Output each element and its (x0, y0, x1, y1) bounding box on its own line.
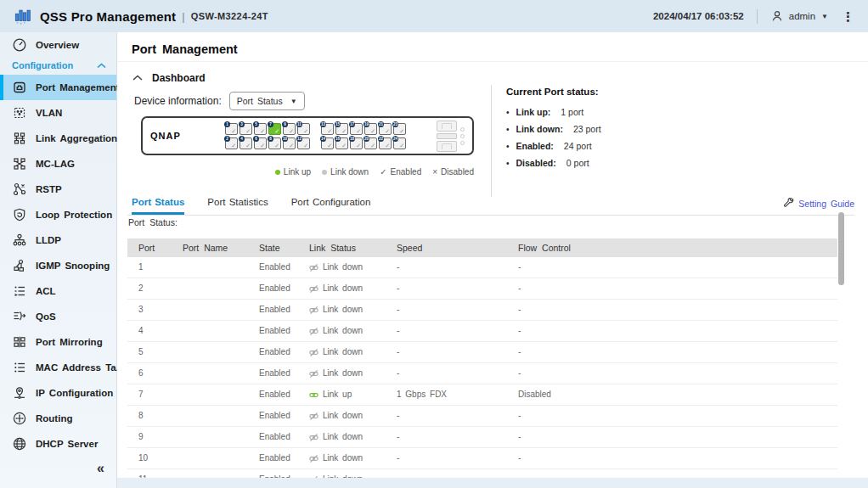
vlan-icon (12, 105, 27, 121)
cell-speed: - (397, 257, 518, 278)
sidebar-item-lldp[interactable]: LLDP (0, 227, 116, 253)
gauge-icon (12, 37, 27, 53)
loop-protection-icon (12, 207, 27, 222)
sidebar-item-rstp[interactable]: RSTP (0, 177, 116, 202)
port-cell[interactable]: 12 ✓ (297, 137, 310, 149)
sidebar-item-ip-configuration[interactable]: IP Configuration (0, 380, 116, 406)
sidebar-item-igmp-snooping[interactable]: IGMP Snooping (0, 253, 116, 278)
port-cell[interactable]: 7 ✓ (268, 123, 281, 135)
table-row: 1 Enabled Link down - - (127, 257, 837, 278)
sidebar-item-acl[interactable]: ACL (0, 278, 116, 304)
port-cell[interactable]: 21 ✓ (379, 123, 392, 135)
port-cell[interactable]: 13 ✓ (321, 123, 334, 135)
cell-port: 7 (138, 384, 183, 405)
link-status-label: Link down (323, 363, 363, 384)
sidebar-item-overview[interactable]: Overview (0, 34, 116, 56)
page-title: Port Management (132, 42, 238, 56)
port-cell[interactable]: 3 ✓ (240, 123, 252, 135)
sidebar-item-link-aggregation[interactable]: Link Aggregation (0, 126, 116, 151)
sidebar-item-mac-address-table[interactable]: MAC Address Ta... (0, 355, 116, 380)
port-enabled-check-icon: ✓ (260, 128, 265, 135)
sidebar-item-label: LLDP (36, 235, 61, 245)
sidebar-item-loop-protection[interactable]: Loop Protection (0, 202, 116, 227)
user-menu[interactable]: admin (789, 11, 815, 21)
port-cell[interactable]: 14 ✓ (321, 137, 334, 149)
port-cell[interactable]: 5 ✓ (254, 123, 267, 135)
table-row: 2 Enabled Link down - - (127, 278, 837, 300)
port-number-badge: 16 (335, 136, 341, 142)
port-number-badge: 11 (296, 121, 302, 127)
col-state: State (259, 238, 309, 257)
cell-state: Enabled (259, 342, 309, 362)
sidebar-collapse-icon[interactable]: « (97, 461, 104, 476)
table-body: 1 Enabled Link down - - 2 Enabled Link d… (127, 257, 837, 478)
port-cell[interactable]: 16 ✓ (335, 137, 348, 149)
tab-port-configuration[interactable]: Port Configuration (291, 192, 371, 215)
port-cell[interactable]: 4 ✓ (240, 137, 252, 149)
port-number-badge: 2 (224, 136, 230, 142)
kebab-menu-icon[interactable]: ⋮ (842, 10, 854, 23)
device-information-label: Device information: (134, 95, 222, 107)
tab-port-status[interactable]: Port Status (132, 192, 184, 215)
link-chain-icon (309, 412, 318, 421)
port-cell[interactable]: 22 ✓ (379, 137, 392, 149)
col-speed: Speed (397, 238, 518, 257)
cell-state: Enabled (259, 321, 309, 341)
port-cell[interactable]: 23 ✓ (393, 123, 406, 135)
port-cell[interactable]: 9 ✓ (283, 123, 296, 135)
port-cell[interactable]: 10 ✓ (283, 137, 296, 149)
caret-down-icon[interactable]: ▼ (821, 13, 828, 20)
port-cell[interactable]: 18 ✓ (350, 137, 363, 149)
port-cell[interactable]: 11 ✓ (297, 123, 310, 135)
qnap-logo-icon (14, 7, 32, 25)
sidebar-item-label: Port Mirroring (36, 337, 103, 347)
port-cell[interactable]: 19 ✓ (364, 123, 377, 135)
sidebar-item-label: Port Management (36, 82, 120, 93)
sidebar-item-port-management[interactable]: Port Management (0, 75, 116, 100)
col-port-name: Port Name (183, 238, 259, 257)
cell-link-status: Link down (309, 321, 397, 341)
select-value: Port Status (237, 96, 283, 106)
cell-speed: - (397, 427, 518, 447)
port-cell[interactable]: 8 ✓ (268, 137, 281, 149)
sidebar-item-routing[interactable]: Routing (0, 406, 116, 431)
port-cell[interactable]: 15 ✓ (335, 123, 348, 135)
sidebar-item-label: QoS (36, 311, 56, 322)
link-chain-icon (309, 475, 318, 479)
cell-port-name (183, 384, 259, 405)
sidebar-item-mc-lag[interactable]: MC-LAG (0, 151, 116, 177)
port-cell[interactable]: 2 ✓ (225, 137, 238, 149)
setting-guide-link[interactable]: Setting Guide (783, 192, 854, 215)
cell-state: Enabled (259, 278, 309, 299)
table-row: 5 Enabled Link down - - (127, 342, 837, 363)
vertical-scrollbar-thumb[interactable] (838, 212, 844, 285)
tab-port-statistics[interactable]: Port Statistics (207, 192, 268, 215)
dashboard-section-header[interactable]: Dashboard (132, 72, 206, 84)
cell-port: 9 (138, 427, 183, 447)
cell-speed: - (397, 342, 518, 362)
sidebar-item-port-mirroring[interactable]: Port Mirroring (0, 329, 116, 355)
port-cell[interactable]: 20 ✓ (364, 137, 377, 149)
cell-flow-control: - (518, 363, 837, 384)
device-model-label: QSW-M3224-24T (191, 11, 268, 21)
status-item: •Disabled:0 port (506, 158, 786, 168)
port-cell[interactable]: 24 ✓ (393, 137, 406, 149)
col-flow-control: Flow Control (518, 238, 837, 257)
qos-icon (12, 309, 27, 324)
cell-port: 10 (138, 448, 183, 468)
port-number-badge: 20 (364, 136, 369, 142)
port-enabled-check-icon: ✓ (370, 143, 375, 149)
sidebar-section-configuration[interactable]: Configuration (0, 56, 116, 75)
title-divider: | (182, 10, 184, 23)
sidebar-item-dhcp-server[interactable]: DHCP Server (0, 431, 116, 457)
port-cell[interactable]: 17 ✓ (350, 123, 363, 135)
port-status-table: Port Port Name State Link Status Speed F… (127, 238, 837, 478)
sidebar-item-qos[interactable]: QoS (0, 304, 116, 329)
port-cell[interactable]: 6 ✓ (254, 137, 267, 149)
cell-flow-control: - (518, 448, 837, 468)
port-cell[interactable]: 1 ✓ (225, 123, 238, 135)
check-icon: ✓ (380, 167, 386, 177)
rstp-icon (12, 182, 27, 197)
device-view-select[interactable]: Port Status ▼ (229, 92, 305, 110)
sidebar-item-vlan[interactable]: VLAN (0, 100, 116, 126)
